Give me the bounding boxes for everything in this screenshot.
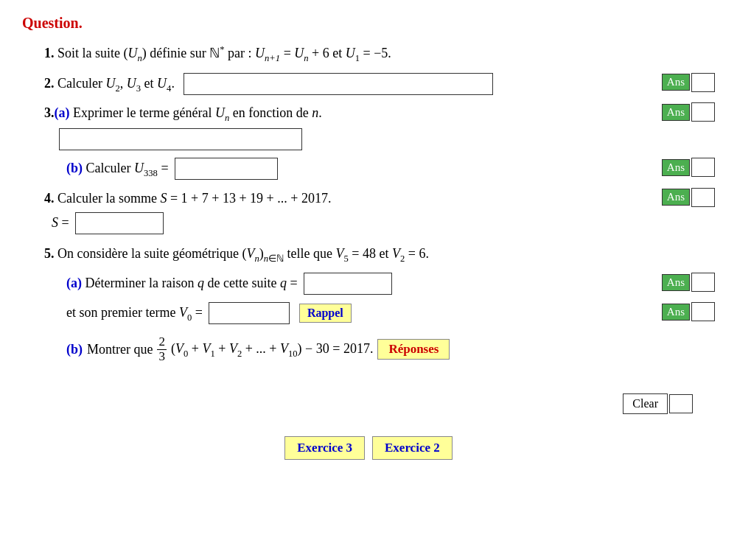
question-title: Question. bbox=[22, 15, 715, 32]
q5a-v0-input[interactable] bbox=[209, 302, 290, 324]
q5a-v0-ans-box bbox=[691, 302, 715, 321]
q2-ans-box bbox=[691, 73, 715, 92]
q3a-ans-box bbox=[691, 102, 715, 122]
clear-button[interactable]: Clear bbox=[623, 393, 668, 414]
q5b-fraction: 2 3 bbox=[157, 335, 167, 363]
section-q3b: (b) Calculer U338 = Ans bbox=[66, 158, 715, 181]
q2-ans-button[interactable]: Ans bbox=[662, 74, 690, 91]
section-q1: 1. Soit la suite (Un) définie sur ℕ* par… bbox=[44, 42, 715, 66]
q3a-input[interactable] bbox=[59, 128, 302, 150]
section-q5a: (a) Déterminer la raison q de cette suit… bbox=[66, 273, 715, 295]
section-q5a-v0: et son premier terme V0 = Rappel Ans bbox=[66, 302, 715, 325]
q4-ans-box bbox=[691, 188, 715, 207]
clear-ans-box bbox=[669, 394, 693, 413]
rappel-button[interactable]: Rappel bbox=[299, 304, 352, 323]
q4-s-label: S bbox=[52, 215, 58, 230]
q4-number: 4. bbox=[44, 191, 55, 206]
q2-input[interactable] bbox=[184, 73, 493, 95]
q3b-ans-box bbox=[691, 158, 715, 177]
q3b-ans-button[interactable]: Ans bbox=[662, 159, 690, 176]
exercice3-button[interactable]: Exercice 3 bbox=[284, 436, 365, 460]
q5a-sub: (a) bbox=[66, 276, 82, 290]
section-q5: 5. On considère la suite géométrique (Vn… bbox=[44, 243, 715, 266]
reponses-button[interactable]: Réponses bbox=[377, 339, 450, 360]
bottom-navigation: Exercice 3 Exercice 2 bbox=[22, 436, 715, 460]
q5-number: 5. bbox=[44, 246, 55, 261]
section-q5b: (b) Montrer que 2 3 (V0 + V1 + V2 + ... … bbox=[66, 335, 715, 363]
section-q2: 2. Calculer U2, U3 et U4. Ans bbox=[44, 73, 715, 96]
q5a-q-input[interactable] bbox=[304, 273, 392, 295]
q3a-sub: (a) bbox=[55, 105, 70, 120]
exercice2-button[interactable]: Exercice 2 bbox=[372, 436, 453, 460]
q5a-ans-button[interactable]: Ans bbox=[662, 274, 690, 291]
q1-number: 1. bbox=[44, 46, 55, 60]
q2-number: 2. bbox=[44, 76, 55, 91]
q3b-sub: (b) bbox=[66, 161, 83, 175]
q3a-ans-button[interactable]: Ans bbox=[662, 104, 690, 121]
q4-ans-button[interactable]: Ans bbox=[662, 189, 690, 206]
q5a-v0-ans-button[interactable]: Ans bbox=[662, 304, 690, 321]
q5b-sub: (b) bbox=[66, 339, 83, 360]
q5b-text: Montrer que bbox=[87, 339, 153, 360]
q5b-formula: (V0 + V1 + V2 + ... + V10) − 30 = 2017. bbox=[171, 338, 373, 361]
q1-text: Soit la suite (Un) définie sur ℕ* par : … bbox=[57, 46, 391, 60]
q3b-input[interactable] bbox=[175, 158, 278, 180]
q3a-number: 3. bbox=[44, 105, 55, 120]
section-q4: 4. Calculer la somme S = 1 + 7 + 13 + 19… bbox=[44, 188, 715, 234]
section-q3a: 3.(a) Exprimer le terme général Un en fo… bbox=[44, 102, 715, 150]
q5a-ans-box bbox=[691, 273, 715, 292]
q4-input[interactable] bbox=[75, 212, 164, 234]
